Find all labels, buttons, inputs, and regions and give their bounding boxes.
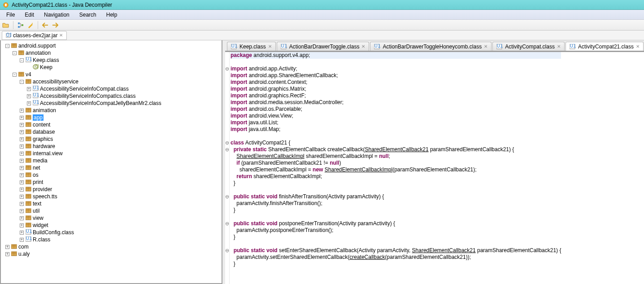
open-button[interactable]	[2, 21, 10, 29]
tree-label: AccessibilityServiceInfoCompatIcs.class	[40, 93, 135, 99]
collapse-icon[interactable]: -	[20, 58, 24, 62]
code-line: import android.content.Context;	[231, 79, 561, 86]
expand-icon[interactable]: +	[20, 166, 24, 170]
expand-icon[interactable]: +	[27, 94, 31, 98]
expand-icon[interactable]: +	[27, 101, 31, 105]
expand-icon[interactable]: +	[20, 188, 24, 192]
svg-rect-4	[22, 24, 23, 26]
expand-icon[interactable]: +	[20, 123, 24, 127]
menu-help[interactable]: Help	[102, 11, 122, 19]
editor-tab[interactable]: 010ActionBarDrawerToggle.class✕	[277, 42, 370, 51]
tree-node[interactable]: -010Keep.class	[2, 57, 221, 64]
tree-node[interactable]: +010AccessibilityServiceInfoCompatIcs.cl…	[2, 92, 221, 100]
file-tab[interactable]: 010 classes-dex2jar.jar ✕	[2, 31, 67, 40]
fold-gutter[interactable]: ⊖⊖⊖⊖⊖⊖	[225, 52, 230, 284]
expand-icon[interactable]: +	[20, 180, 24, 184]
tree-node[interactable]: +app	[2, 114, 221, 121]
forward-button[interactable]	[51, 21, 59, 29]
expand-icon[interactable]: +	[20, 231, 24, 235]
tree-node[interactable]: @Keep	[2, 64, 221, 71]
tree-label: R.class	[33, 236, 50, 243]
tree-node[interactable]: +text	[2, 200, 221, 207]
expand-icon[interactable]: +	[20, 173, 24, 177]
code-view[interactable]: ⊖⊖⊖⊖⊖⊖ package android.support.v4.app; i…	[225, 51, 644, 284]
expand-icon[interactable]: +	[5, 252, 9, 256]
tree-node[interactable]: -accessibilityservice	[2, 78, 221, 85]
close-icon[interactable]: ✕	[59, 33, 63, 38]
expand-icon[interactable]: +	[20, 144, 24, 149]
menu-navigation[interactable]: Navigation	[39, 11, 74, 19]
expand-icon[interactable]: +	[20, 195, 24, 199]
tree-node[interactable]: +hardware	[2, 143, 221, 150]
tree-node[interactable]: +net	[2, 164, 221, 171]
package-icon	[26, 79, 32, 85]
package-icon	[26, 136, 32, 143]
menu-edit[interactable]: Edit	[20, 11, 39, 19]
expand-icon[interactable]: +	[20, 209, 24, 213]
collapse-icon[interactable]: -	[13, 51, 17, 55]
fold-icon[interactable]: ⊖	[225, 146, 229, 153]
tree-node[interactable]: +speech.tts	[2, 193, 221, 200]
fold-icon[interactable]: ⊖	[225, 140, 229, 146]
close-icon[interactable]: ✕	[361, 44, 365, 49]
code-line: import android.graphics.RectF;	[231, 92, 561, 99]
expand-icon[interactable]: +	[20, 216, 24, 220]
expand-icon[interactable]: +	[20, 238, 24, 242]
menu-search[interactable]: Search	[75, 11, 101, 19]
editor-tab-label: ActionBarDrawerToggleHoneycomb.class	[383, 44, 482, 50]
tree-node[interactable]: -v4	[2, 71, 221, 78]
collapse-icon[interactable]: -	[20, 80, 24, 84]
editor-tab[interactable]: 010ActivityCompat21.class✕	[566, 42, 644, 51]
tree-node[interactable]: +view	[2, 214, 221, 222]
close-icon[interactable]: ✕	[557, 44, 561, 49]
tree-node[interactable]: +print	[2, 179, 221, 186]
tree-node[interactable]: +010AccessibilityServiceInfoCompatJellyB…	[2, 100, 221, 107]
editor-tab[interactable]: 010ActionBarDrawerToggleHoneycomb.class✕	[370, 42, 492, 51]
tree-node[interactable]: +010AccessibilityServiceInfoCompat.class	[2, 85, 221, 92]
expand-icon[interactable]: +	[20, 202, 24, 206]
file-tabs: 010 classes-dex2jar.jar ✕	[0, 31, 644, 40]
wand-button[interactable]	[26, 21, 35, 29]
tree-node[interactable]: -android.support	[2, 42, 221, 49]
expand-icon[interactable]: +	[20, 116, 24, 120]
fold-icon[interactable]: ⊖	[225, 193, 229, 200]
code-line: }	[231, 207, 561, 214]
tree-node[interactable]: -annotation	[2, 49, 221, 57]
tree-node[interactable]: +database	[2, 128, 221, 135]
tree-node[interactable]: +os	[2, 171, 221, 179]
expand-icon[interactable]: +	[20, 109, 24, 113]
expand-icon[interactable]: +	[20, 137, 24, 141]
package-tree[interactable]: -android.support-annotation-010Keep.clas…	[0, 40, 222, 284]
tree-node[interactable]: +internal.view	[2, 150, 221, 157]
tree-node[interactable]: +com	[2, 243, 221, 250]
tree-node[interactable]: +content	[2, 121, 221, 128]
tree-node[interactable]: +util	[2, 207, 221, 214]
editor-tab[interactable]: 010Keep.class✕	[227, 42, 276, 51]
fold-icon[interactable]: ⊖	[225, 220, 229, 227]
tree-node[interactable]: +widget	[2, 222, 221, 229]
tree-node[interactable]: +provider	[2, 186, 221, 193]
fold-icon[interactable]: ⊖	[225, 247, 229, 254]
tree-button[interactable]	[17, 21, 25, 29]
tree-node[interactable]: +010R.class	[2, 236, 221, 243]
expand-icon[interactable]: +	[20, 130, 24, 134]
tree-node[interactable]: +graphics	[2, 135, 221, 143]
expand-icon[interactable]: +	[27, 87, 31, 91]
tree-node[interactable]: +010BuildConfig.class	[2, 229, 221, 236]
close-icon[interactable]: ✕	[268, 44, 272, 49]
tree-node[interactable]: +media	[2, 157, 221, 164]
tree-node[interactable]: +animation	[2, 107, 221, 114]
editor-tab[interactable]: 010ActivityCompat.class✕	[492, 42, 565, 51]
close-icon[interactable]: ✕	[484, 44, 487, 49]
menu-file[interactable]: File	[2, 11, 19, 19]
expand-icon[interactable]: +	[20, 223, 24, 227]
back-button[interactable]	[41, 21, 49, 29]
collapse-icon[interactable]: -	[13, 73, 17, 77]
tree-node[interactable]: +u.aly	[2, 250, 221, 258]
collapse-icon[interactable]: -	[5, 44, 9, 48]
expand-icon[interactable]: +	[20, 152, 24, 156]
expand-icon[interactable]: +	[20, 159, 24, 163]
expand-icon[interactable]: +	[5, 245, 9, 249]
close-icon[interactable]: ✕	[636, 44, 640, 49]
fold-icon[interactable]: ⊖	[225, 66, 229, 72]
